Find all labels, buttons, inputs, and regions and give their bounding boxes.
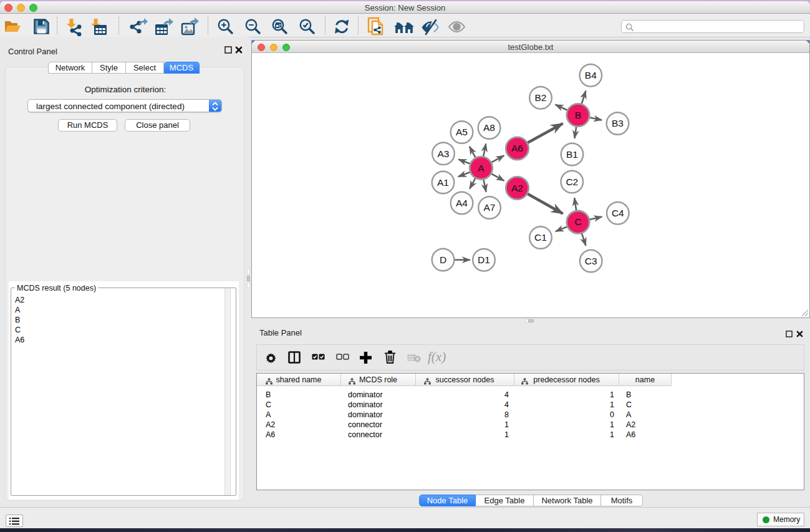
svg-text:C1: C1 — [534, 232, 547, 243]
svg-text:B: B — [575, 110, 581, 120]
svg-text:B1: B1 — [566, 149, 578, 160]
svg-text:D: D — [440, 254, 446, 265]
svg-text:B2: B2 — [535, 92, 547, 103]
svg-text:C3: C3 — [585, 256, 597, 266]
svg-text:A3: A3 — [438, 148, 450, 159]
svg-text:A2: A2 — [511, 183, 523, 193]
svg-text:C4: C4 — [612, 208, 624, 218]
svg-text:A8: A8 — [483, 122, 495, 133]
svg-text:A5: A5 — [456, 127, 468, 137]
svg-text:B4: B4 — [585, 70, 597, 80]
svg-text:A4: A4 — [456, 198, 468, 208]
svg-text:D1: D1 — [478, 254, 490, 265]
svg-text:A6: A6 — [511, 143, 523, 153]
svg-text:A1: A1 — [437, 177, 449, 188]
svg-text:C2: C2 — [566, 177, 578, 187]
svg-text:B3: B3 — [612, 118, 624, 128]
svg-text:A7: A7 — [484, 202, 496, 213]
svg-text:A: A — [478, 163, 485, 173]
svg-text:C: C — [574, 216, 581, 227]
